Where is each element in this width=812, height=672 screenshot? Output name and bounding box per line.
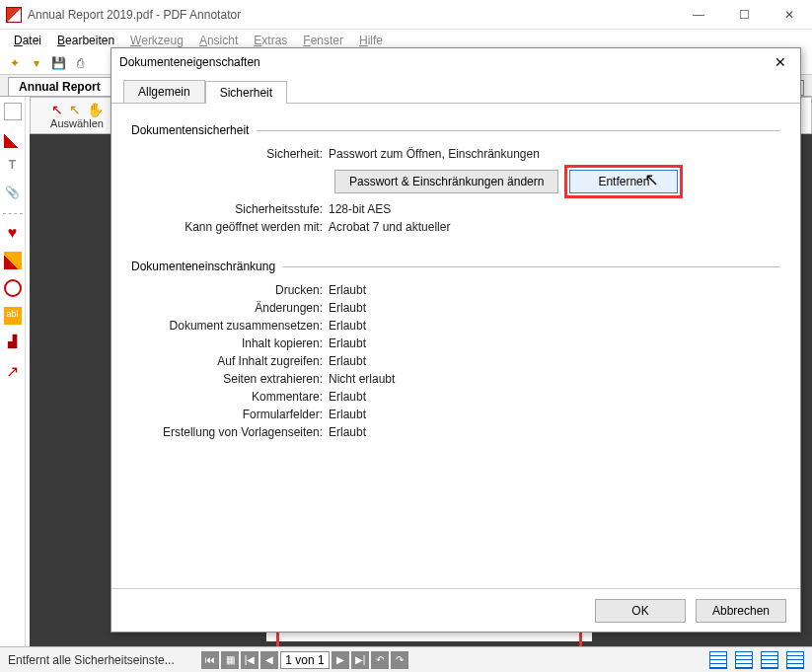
value-extract: Nicht erlaubt <box>329 372 780 386</box>
arrow-tool-icon[interactable]: ↗ <box>4 362 22 380</box>
value-open-with: Acrobat 7 und aktueller <box>329 220 780 234</box>
value-security: Passwort zum Öffnen, Einschränkungen <box>329 147 780 161</box>
page-navigator: ⏮ ▦ |◀ ◀ ▶ ▶| ↶ ↷ <box>201 651 408 669</box>
nav-fwd-icon[interactable]: ↷ <box>391 651 408 669</box>
label-formfields: Formularfelder: <box>131 408 329 421</box>
label-tool-icon[interactable]: abl <box>4 307 22 325</box>
label-comments: Kommentare: <box>131 390 329 404</box>
label-extract: Seiten extrahieren: <box>131 372 329 386</box>
nav-back-icon[interactable]: ↶ <box>371 651 389 669</box>
label-assemble: Dokument zusammensetzen: <box>131 319 329 333</box>
dialog-body: Dokumentensicherheit Sicherheit: Passwor… <box>111 104 800 588</box>
hand-icon[interactable]: ✋ <box>87 102 104 117</box>
value-copy: Erlaubt <box>329 336 780 350</box>
label-security: Sicherheit: <box>131 147 329 161</box>
status-text: Entfernt alle Sicherheitseinste... <box>8 653 176 667</box>
minimize-button[interactable]: — <box>676 0 721 30</box>
view-mode-2-icon[interactable] <box>735 651 753 669</box>
window-titlebar: Annual Report 2019.pdf - PDF Annotator —… <box>0 0 812 30</box>
cursor-icon[interactable]: ↖ <box>51 102 63 117</box>
select-tool-label: Auswählen <box>50 117 104 129</box>
text-tool-icon[interactable]: T <box>4 158 22 176</box>
document-tab[interactable]: Annual Report <box>8 77 111 96</box>
label-access: Auf Inhalt zugreifen: <box>131 354 329 368</box>
label-security-level: Sicherheitsstufe: <box>131 202 329 216</box>
value-assemble: Erlaubt <box>329 319 780 333</box>
new-doc-icon[interactable]: ✦ <box>6 54 24 72</box>
separator <box>3 213 23 214</box>
nav-layout-icon[interactable]: ▦ <box>221 651 239 669</box>
value-comments: Erlaubt <box>329 390 780 404</box>
print-icon[interactable]: ⎙ <box>71 54 89 72</box>
ok-button[interactable]: OK <box>595 599 686 623</box>
pen-tool-icon[interactable] <box>4 130 22 148</box>
save-icon[interactable]: 💾 <box>49 54 67 72</box>
value-templates: Erlaubt <box>329 425 780 439</box>
status-bar: Entfernt alle Sicherheitseinste... ⏮ ▦ |… <box>0 646 812 672</box>
menu-datei[interactable]: DDateiatei <box>8 32 47 49</box>
label-open-with: Kann geöffnet werden mit: <box>131 220 329 234</box>
dialog-titlebar: Dokumenteneigenschaften ✕ <box>111 48 800 76</box>
remove-button-highlight: Entfernen <box>564 165 683 198</box>
group-restrictions-label: Dokumenteneinschränkung <box>131 260 275 273</box>
view-mode-1-icon[interactable] <box>709 651 727 669</box>
dialog-close-button[interactable]: ✕ <box>769 50 792 74</box>
tab-security[interactable]: Sicherheit <box>205 81 287 104</box>
value-access: Erlaubt <box>329 354 780 368</box>
page-number-input[interactable] <box>280 651 330 669</box>
view-mode-3-icon[interactable] <box>761 651 778 669</box>
favorite-icon[interactable]: ♥ <box>4 224 22 242</box>
group-security-label: Dokumentensicherheit <box>131 123 249 137</box>
nav-first-icon[interactable]: ⏮ <box>201 651 219 669</box>
group-document-restrictions: Dokumenteneinschränkung <box>131 260 780 273</box>
remove-security-button[interactable]: Entfernen <box>569 170 678 193</box>
nav-prev-first-icon[interactable]: |◀ <box>241 651 258 669</box>
attachment-icon[interactable]: 📎 <box>4 186 22 203</box>
window-title: Annual Report 2019.pdf - PDF Annotator <box>28 8 676 22</box>
label-changes: Änderungen: <box>131 301 329 315</box>
dialog-tabs: Allgemein Sicherheit <box>111 76 800 104</box>
tab-general[interactable]: Allgemein <box>123 80 205 103</box>
stamp-icon[interactable]: ▟ <box>4 335 22 352</box>
cancel-button[interactable]: Abbrechen <box>696 599 786 623</box>
dialog-footer: OK Abbrechen <box>111 588 800 632</box>
selector-icon[interactable] <box>4 103 22 120</box>
document-properties-dialog: Dokumenteneigenschaften ✕ Allgemein Sich… <box>111 47 801 633</box>
nav-next-last-icon[interactable]: ▶| <box>351 651 369 669</box>
value-changes: Erlaubt <box>329 301 780 315</box>
app-icon <box>6 7 22 23</box>
highlighter-icon[interactable] <box>4 252 22 269</box>
value-print: Erlaubt <box>329 283 780 297</box>
label-print: Drucken: <box>131 283 329 297</box>
cursor-text-icon[interactable]: ↖ <box>69 102 81 117</box>
nav-prev-icon[interactable]: ◀ <box>260 651 278 669</box>
tool-rail: T 📎 ♥ abl ▟ ↗ <box>0 97 26 649</box>
maximize-button[interactable]: ☐ <box>721 0 767 30</box>
shape-circle-icon[interactable] <box>4 279 22 297</box>
label-copy: Inhalt kopieren: <box>131 336 329 350</box>
dialog-title: Dokumenteneigenschaften <box>119 55 769 69</box>
value-formfields: Erlaubt <box>329 408 780 421</box>
group-document-security: Dokumentensicherheit <box>131 123 780 137</box>
label-templates: Erstellung von Vorlagenseiten: <box>131 425 329 439</box>
open-folder-icon[interactable]: ▾ <box>28 54 45 72</box>
value-security-level: 128-bit AES <box>329 202 780 216</box>
change-password-button[interactable]: Passwort & Einschränkungen ändern <box>334 170 558 193</box>
close-button[interactable]: ✕ <box>767 0 812 30</box>
nav-next-icon[interactable]: ▶ <box>332 651 349 669</box>
view-mode-4-icon[interactable] <box>786 651 804 669</box>
